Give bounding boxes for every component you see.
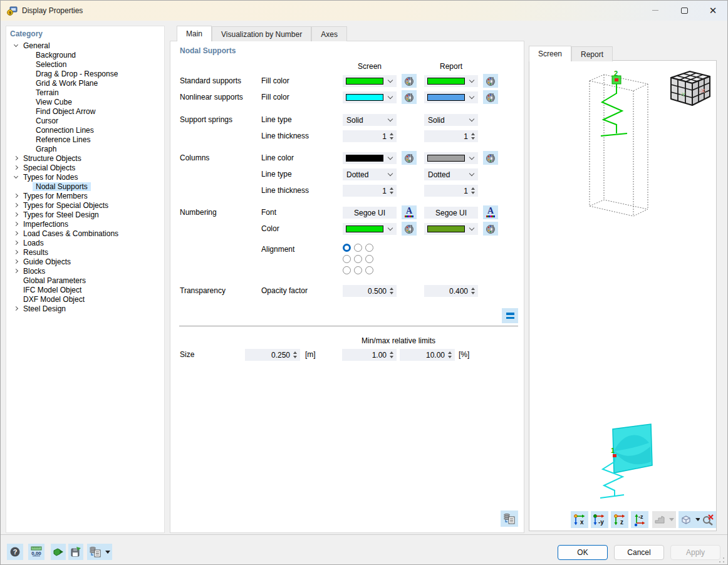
cancel-button[interactable]: Cancel <box>614 545 664 560</box>
export-to-report-button[interactable] <box>501 511 518 527</box>
tree-item[interactable]: DXF Model Object <box>6 294 164 304</box>
spinner-arrows[interactable] <box>471 133 476 140</box>
chevron-right-icon[interactable] <box>11 232 20 235</box>
chevron-right-icon[interactable] <box>11 194 20 197</box>
chevron-right-icon[interactable] <box>11 241 20 244</box>
opacity-screen-input[interactable]: 0.500 <box>343 285 397 297</box>
ok-button[interactable]: OK <box>558 545 608 560</box>
numbering-report-palette-button[interactable] <box>483 222 498 236</box>
tree-item[interactable]: IFC Model Object <box>6 285 164 294</box>
springs-thickness-report-input[interactable]: 1 <box>424 130 478 142</box>
standard-report-palette-button[interactable] <box>483 74 498 88</box>
units-settings-button[interactable]: 0,00 <box>28 544 44 560</box>
preview-tab-screen[interactable]: Screen <box>529 46 571 61</box>
zoom-reset-button[interactable] <box>700 511 716 528</box>
equalize-columns-button[interactable] <box>502 308 518 323</box>
numbering-font-report-button[interactable]: Segoe UI <box>424 207 478 219</box>
standard-fill-color-report-dropdown[interactable] <box>424 75 478 87</box>
alignment-radio-7[interactable] <box>354 266 362 274</box>
alignment-radio-6[interactable] <box>343 266 351 274</box>
chevron-down-icon[interactable] <box>11 176 20 178</box>
springs-line-type-report-dropdown[interactable]: Solid <box>424 114 478 126</box>
chevron-right-icon[interactable] <box>11 222 20 225</box>
nonlinear-screen-palette-button[interactable] <box>402 90 417 104</box>
view-x-button[interactable]: x <box>571 511 588 528</box>
spinner-arrows[interactable] <box>471 187 476 194</box>
tree-item[interactable]: Find Object Arrow <box>6 106 164 116</box>
spinner-arrows[interactable] <box>389 133 394 140</box>
resize-grip[interactable] <box>719 557 725 563</box>
columns-line-type-report-dropdown[interactable]: Dotted <box>424 168 478 180</box>
tree-item[interactable]: Drag & Drop - Response <box>6 69 164 78</box>
view-mode-cube-button[interactable] <box>679 511 702 528</box>
chevron-right-icon[interactable] <box>11 251 20 254</box>
close-button[interactable]: ✕ <box>699 1 727 20</box>
alignment-radio-1[interactable] <box>354 244 362 252</box>
chevron-right-icon[interactable] <box>11 213 20 216</box>
chevron-right-icon[interactable] <box>11 157 20 160</box>
spinner-arrows[interactable] <box>389 187 394 194</box>
spinner-arrows[interactable] <box>389 288 394 294</box>
tree-item[interactable]: Types for Special Objects <box>6 200 164 210</box>
save-settings-button[interactable] <box>68 544 83 560</box>
numbering-font-report-picker[interactable]: A <box>483 205 498 219</box>
tree-item[interactable]: Imperfections <box>6 219 164 229</box>
alignment-radio-0[interactable] <box>343 244 351 252</box>
nonlinear-fill-color-report-dropdown[interactable] <box>424 91 478 103</box>
columns-screen-palette-button[interactable] <box>402 151 417 165</box>
spinner-arrows[interactable] <box>447 351 452 358</box>
tree-item[interactable]: Loads <box>6 238 164 247</box>
view-minus-y-button[interactable]: -y <box>591 511 608 528</box>
tab-main[interactable]: Main <box>177 26 212 41</box>
help-button[interactable]: ? <box>7 544 23 560</box>
tree-item[interactable]: Grid & Work Plane <box>6 78 164 88</box>
chevron-down-icon[interactable] <box>11 44 20 46</box>
alignment-radio-4[interactable] <box>354 255 362 263</box>
limit-min-input[interactable]: 1.00 <box>342 349 397 361</box>
tree-item[interactable]: Blocks <box>6 266 164 276</box>
tree-item[interactable]: Terrain <box>6 88 164 97</box>
columns-report-palette-button[interactable] <box>483 151 498 165</box>
preview-tab-report[interactable]: Report <box>571 46 613 61</box>
tree-item[interactable]: Connection Lines <box>6 125 164 135</box>
tab-axes[interactable]: Axes <box>311 26 347 41</box>
springs-line-type-screen-dropdown[interactable]: Solid <box>343 114 397 126</box>
tree-item[interactable]: Types for Steel Design <box>6 210 164 219</box>
columns-thickness-screen-input[interactable]: 1 <box>343 185 397 197</box>
alignment-radio-2[interactable] <box>365 244 373 252</box>
spinner-arrows[interactable] <box>389 351 394 358</box>
tree-item[interactable]: Guide Objects <box>6 257 164 266</box>
maximize-button[interactable] <box>670 1 699 20</box>
chevron-right-icon[interactable] <box>11 166 20 169</box>
columns-thickness-report-input[interactable]: 1 <box>424 185 478 197</box>
view-isometric-button[interactable]: -z <box>631 511 648 528</box>
view-z-button[interactable]: z <box>611 511 628 528</box>
tree-item[interactable]: General <box>6 41 164 50</box>
tree-item[interactable]: Types for Nodes <box>6 172 164 182</box>
columns-line-type-screen-dropdown[interactable]: Dotted <box>343 168 397 180</box>
tree-item[interactable]: Load Cases & Combinations <box>6 229 164 238</box>
limit-max-input[interactable]: 10.00 <box>400 349 455 361</box>
tree-item[interactable]: Cursor <box>6 116 164 125</box>
columns-line-color-report-dropdown[interactable] <box>424 152 478 164</box>
tab-visualization-by-number[interactable]: Visualization by Number <box>212 26 311 41</box>
manage-configurations-button[interactable] <box>87 544 112 560</box>
nonlinear-fill-color-screen-dropdown[interactable] <box>343 91 397 103</box>
view-cube[interactable]: -Y -X <box>663 65 716 110</box>
tree-item[interactable]: Steel Design <box>6 304 164 313</box>
nonlinear-report-palette-button[interactable] <box>483 90 498 104</box>
tree-item[interactable]: Results <box>6 247 164 257</box>
chevron-right-icon[interactable] <box>11 307 20 310</box>
tree-item[interactable]: Selection <box>6 60 164 69</box>
numbering-color-screen-dropdown[interactable] <box>343 223 397 235</box>
tree-item[interactable]: Special Objects <box>6 163 164 172</box>
alignment-radio-3[interactable] <box>343 255 351 263</box>
opacity-report-input[interactable]: 0.400 <box>424 285 478 297</box>
columns-line-color-screen-dropdown[interactable] <box>343 152 397 164</box>
alignment-radio-8[interactable] <box>365 266 373 274</box>
tree-item[interactable]: Structure Objects <box>6 153 164 163</box>
spinner-arrows[interactable] <box>293 351 298 358</box>
tree-item[interactable]: Background <box>6 50 164 60</box>
tree-item[interactable]: Graph <box>6 144 164 153</box>
springs-thickness-screen-input[interactable]: 1 <box>343 130 397 142</box>
